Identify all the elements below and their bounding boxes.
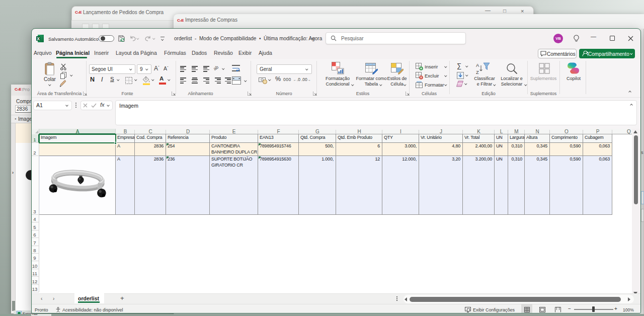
svg-text:Z: Z bbox=[476, 69, 479, 75]
svg-text:A: A bbox=[476, 62, 479, 68]
svg-text:X: X bbox=[37, 36, 40, 41]
